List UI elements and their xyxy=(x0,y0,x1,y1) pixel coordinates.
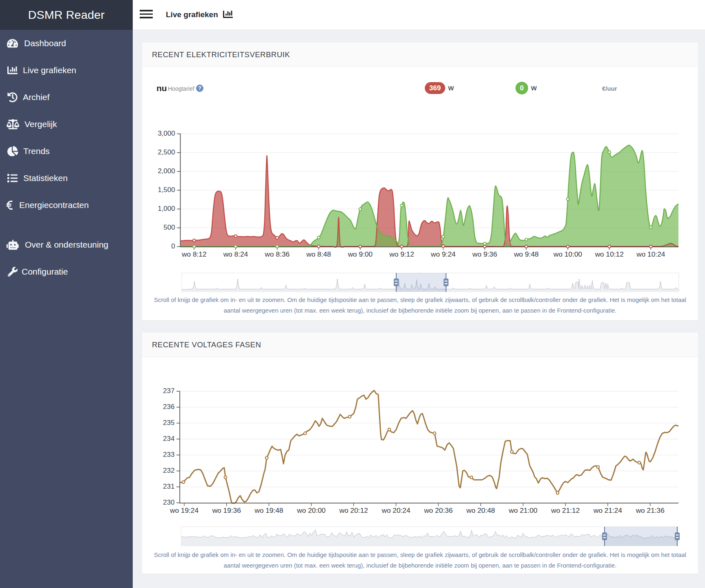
svg-text:237: 237 xyxy=(163,387,174,395)
svg-text:2,500: 2,500 xyxy=(158,148,175,156)
svg-text:236: 236 xyxy=(163,403,174,411)
svg-text:wo 10:00: wo 10:00 xyxy=(553,250,582,258)
svg-text:wo 9:48: wo 9:48 xyxy=(513,250,539,258)
svg-text:231: 231 xyxy=(163,483,174,490)
svg-text:wo 10:12: wo 10:12 xyxy=(595,250,624,258)
svg-text:wo 21:24: wo 21:24 xyxy=(593,506,622,514)
svg-text:wo 10:24: wo 10:24 xyxy=(636,250,665,258)
svg-text:500: 500 xyxy=(163,224,175,231)
svg-text:234: 234 xyxy=(163,435,174,443)
svg-text:wo 20:00: wo 20:00 xyxy=(297,506,326,514)
svg-text:230: 230 xyxy=(163,499,174,506)
svg-text:wo 19:24: wo 19:24 xyxy=(170,506,199,514)
svg-text:wo 20:24: wo 20:24 xyxy=(381,506,411,514)
svg-text:wo 20:48: wo 20:48 xyxy=(466,506,495,514)
svg-text:wo 8:48: wo 8:48 xyxy=(306,250,331,258)
svg-text:wo 19:36: wo 19:36 xyxy=(212,506,241,514)
svg-text:wo 8:24: wo 8:24 xyxy=(223,250,248,258)
svg-text:wo 20:36: wo 20:36 xyxy=(424,506,453,514)
svg-text:3,000: 3,000 xyxy=(158,130,175,137)
svg-text:2,000: 2,000 xyxy=(158,167,175,175)
svg-text:wo 9:24: wo 9:24 xyxy=(431,250,456,258)
svg-text:wo 21:00: wo 21:00 xyxy=(509,506,538,514)
svg-text:233: 233 xyxy=(163,451,174,458)
svg-text:wo 8:12: wo 8:12 xyxy=(181,250,207,258)
svg-text:wo 21:36: wo 21:36 xyxy=(636,506,665,514)
svg-text:1,000: 1,000 xyxy=(158,205,175,212)
svg-text:wo 20:12: wo 20:12 xyxy=(339,506,368,514)
svg-text:wo 8:36: wo 8:36 xyxy=(264,250,290,258)
svg-text:232: 232 xyxy=(163,467,174,474)
svg-text:wo 21:12: wo 21:12 xyxy=(551,506,580,514)
svg-text:wo 9:12: wo 9:12 xyxy=(389,250,414,258)
svg-text:wo 9:00: wo 9:00 xyxy=(348,250,373,258)
svg-text:wo 19:48: wo 19:48 xyxy=(254,506,283,514)
svg-text:0: 0 xyxy=(171,242,175,250)
svg-text:wo 9:36: wo 9:36 xyxy=(472,250,498,258)
svg-text:235: 235 xyxy=(163,419,174,427)
svg-text:1,500: 1,500 xyxy=(158,186,175,194)
